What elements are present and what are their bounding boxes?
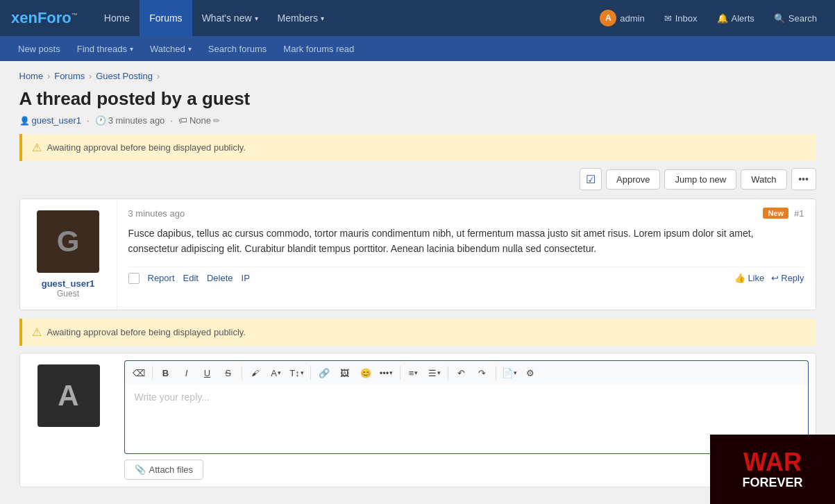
post-time: 3 minutes ago [128, 208, 185, 219]
toolbar-settings-btn[interactable]: ⚙ [521, 364, 540, 382]
tag-icon: 🏷 [178, 115, 187, 126]
breadcrumb-sep-1: › [47, 72, 50, 81]
sub-nav-watched[interactable]: Watched ▾ [143, 36, 199, 61]
nav-members[interactable]: Members ▾ [268, 0, 334, 36]
breadcrumb-guest-posting[interactable]: Guest Posting [96, 71, 153, 81]
sub-nav-search-forums[interactable]: Search forums [201, 36, 274, 61]
whats-new-chevron-icon: ▾ [255, 15, 258, 22]
post-content: 3 minutes ago New #1 Fusce dapibus, tell… [117, 199, 816, 310]
logo[interactable]: xenForo™ [11, 9, 78, 27]
post-role: Guest [57, 289, 79, 299]
watch-button[interactable]: Watch [741, 169, 786, 190]
toolbar-emoji-btn[interactable]: 😊 [356, 364, 376, 382]
edit-tags-icon[interactable]: ✏ [213, 116, 220, 126]
more-icon: ••• [798, 174, 809, 185]
sub-nav-find-threads[interactable]: Find threads ▾ [70, 36, 140, 61]
toolbar-align-btn[interactable]: ≡▾ [404, 364, 423, 382]
report-button[interactable]: Report [148, 273, 175, 283]
nav-forums[interactable]: Forums [140, 0, 192, 36]
toolbar-bold-btn[interactable]: B [156, 364, 176, 382]
post-username[interactable]: guest_user1 [42, 278, 95, 289]
search-button[interactable]: 🔍 Search [767, 9, 824, 28]
main-content: Home › Forums › Guest Posting › A thread… [8, 61, 827, 497]
admin-label: admin [620, 13, 644, 24]
nav-whats-new[interactable]: What's new ▾ [192, 0, 268, 36]
toolbar-italic-btn[interactable]: I [177, 364, 196, 382]
warning-icon-top: ⚠ [32, 141, 42, 154]
reply-avatar: A [37, 364, 100, 427]
toolbar-link-btn[interactable]: 🔗 [314, 364, 334, 382]
toolbar-underline-btn[interactable]: U [198, 364, 217, 382]
watermark: WAR FOREVER [710, 435, 835, 497]
watermark-forever: FOREVER [742, 476, 802, 490]
sub-navigation: New posts Find threads ▾ Watched ▾ Searc… [0, 36, 835, 61]
thread-time: 🕐 3 minutes ago [95, 115, 165, 126]
admin-menu[interactable]: A admin [593, 6, 651, 31]
warning-text-bottom: Awaiting approval before being displayed… [47, 327, 246, 337]
warning-bar-bottom: ⚠ Awaiting approval before being display… [19, 319, 816, 346]
toolbar-image-btn[interactable]: 🖼 [335, 364, 355, 382]
alerts-button[interactable]: 🔔 Alerts [710, 9, 761, 28]
toolbar-undo-btn[interactable]: ↶ [452, 364, 471, 382]
select-all-checkbox[interactable]: ☑ [580, 168, 602, 190]
approve-button[interactable]: Approve [606, 169, 660, 190]
watermark-war: WAR [742, 448, 802, 476]
thread-author: 👤 guest_user1 [19, 115, 82, 126]
toolbar-redo-btn[interactable]: ↷ [473, 364, 492, 382]
inbox-button[interactable]: ✉ Inbox [657, 9, 705, 28]
delete-button[interactable]: Delete [207, 273, 233, 283]
toolbar-sep-6 [496, 366, 496, 380]
warning-text-top: Awaiting approval before being displayed… [47, 142, 246, 153]
edit-button[interactable]: Edit [183, 273, 199, 283]
ip-button[interactable]: IP [242, 273, 250, 283]
toolbar-sep-1 [152, 366, 153, 380]
post-footer: Report Edit Delete IP 👍 Like ↩ Reply [128, 267, 804, 284]
members-chevron-icon: ▾ [321, 15, 324, 22]
thread-actions: ☑ Approve Jump to new Watch ••• [19, 168, 816, 190]
post-checkbox[interactable] [128, 273, 140, 284]
post-avatar: G [37, 210, 99, 273]
toolbar-sep-5 [448, 366, 448, 380]
clock-icon: 🕐 [95, 115, 106, 126]
toolbar-fontsize-btn[interactable]: T↕▾ [287, 364, 307, 382]
find-threads-chevron-icon: ▾ [130, 45, 133, 53]
toolbar-sep-4 [400, 366, 400, 380]
reply-avatar-col: A [20, 353, 117, 487]
reply-editor-container: A ⌫ B I U S 🖌 A▾ T↕▾ 🔗 � [19, 353, 816, 487]
like-button[interactable]: 👍 Like [734, 273, 764, 283]
main-nav: Home Forums What's new ▾ Members ▾ [94, 0, 593, 36]
toolbar-more-btn[interactable]: •••▾ [377, 364, 396, 382]
post-badges: New #1 [763, 208, 804, 219]
nav-right: A admin ✉ Inbox 🔔 Alerts 🔍 Search [593, 6, 824, 31]
bell-icon: 🔔 [717, 13, 728, 24]
post-footer-left: Report Edit Delete IP [128, 273, 250, 284]
user-icon: 👤 [19, 116, 30, 126]
checkbox-icon: ☑ [586, 173, 596, 186]
sub-nav-new-posts[interactable]: New posts [11, 36, 67, 61]
editor-toolbar: ⌫ B I U S 🖌 A▾ T↕▾ 🔗 🖼 😊 •••▾ ≡▾ [124, 360, 809, 385]
toolbar-erase-btn[interactable]: ⌫ [129, 364, 149, 382]
inbox-icon: ✉ [664, 13, 672, 24]
thread-title: A thread posted by a guest [19, 88, 816, 110]
like-icon: 👍 [734, 273, 745, 283]
toolbar-list-btn[interactable]: ☰▾ [425, 364, 444, 382]
breadcrumb-forums[interactable]: Forums [54, 71, 85, 81]
post-header: 3 minutes ago New #1 [128, 208, 804, 219]
reply-text-area[interactable]: Write your reply... [124, 385, 809, 454]
toolbar-template-btn[interactable]: 📄▾ [500, 364, 519, 382]
toolbar-color-btn[interactable]: 🖌 [246, 364, 265, 382]
thread-meta: 👤 guest_user1 · 🕐 3 minutes ago · 🏷 None… [19, 115, 816, 126]
attach-files-button[interactable]: 📎 Attach files [124, 460, 204, 480]
post-body: Fusce dapibus, tellus ac cursus commodo,… [128, 226, 804, 257]
toolbar-font-btn[interactable]: A▾ [267, 364, 286, 382]
post-footer-right: 👍 Like ↩ Reply [734, 273, 804, 283]
reply-button[interactable]: ↩ Reply [771, 273, 804, 283]
sub-nav-mark-forums-read[interactable]: Mark forums read [276, 36, 361, 61]
jump-to-new-button[interactable]: Jump to new [664, 169, 736, 190]
breadcrumb-home[interactable]: Home [19, 71, 44, 81]
nav-home[interactable]: Home [94, 0, 140, 36]
toolbar-strikethrough-btn[interactable]: S [219, 364, 238, 382]
logo-xen: xen [11, 9, 37, 26]
reply-icon: ↩ [771, 273, 779, 283]
more-options-button[interactable]: ••• [791, 168, 816, 190]
